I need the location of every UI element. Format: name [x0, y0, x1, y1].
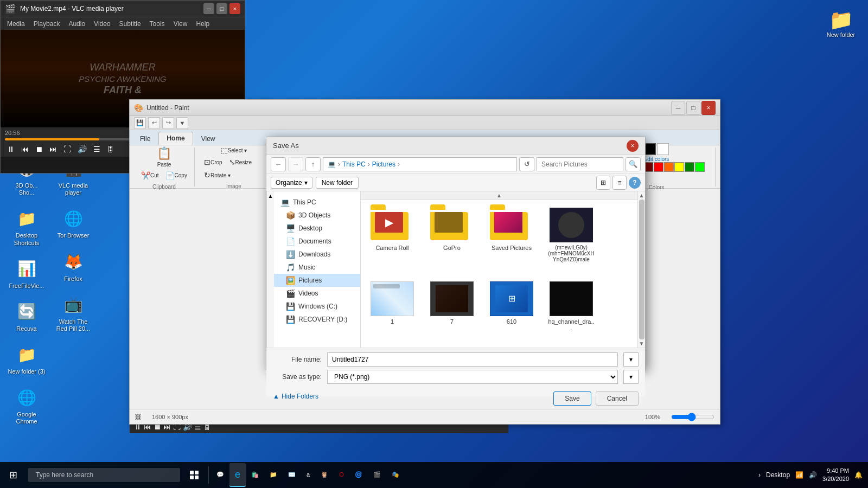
desktop-icon-redpill[interactable]: 📺 Watch The Red Pill 20... — [52, 290, 94, 336]
saveas-filename-dropdown-button[interactable]: ▾ — [623, 352, 639, 367]
sidebar-item-thispc[interactable]: 💻 This PC — [274, 196, 360, 209]
saveas-hide-folders-button[interactable]: ▲ Hide Folders — [273, 390, 318, 402]
saveas-close-button[interactable]: × — [627, 140, 639, 152]
saveas-search-input[interactable] — [537, 157, 623, 171]
saveas-savetype-dropdown-button[interactable]: ▾ — [623, 370, 639, 384]
taskbar-app-last[interactable]: 🎭 — [386, 463, 405, 487]
saveas-forward-button[interactable]: → — [288, 157, 303, 171]
folder-saved-pictures[interactable]: Saved Pictures — [484, 204, 539, 273]
paint-maximize-button[interactable]: □ — [686, 101, 700, 115]
vlc-menu-help[interactable]: Help — [192, 17, 214, 30]
taskbar-app-opera[interactable]: O — [334, 463, 349, 487]
paint-color2-swatch[interactable] — [657, 143, 669, 155]
taskbar-app-store[interactable]: 🛍️ — [246, 463, 264, 487]
color-yellow[interactable] — [674, 162, 684, 172]
vlc-play-pause-button[interactable]: ⏸ — [5, 144, 17, 155]
paint-qa-save-button[interactable]: 💾 — [134, 117, 146, 129]
paint-qa-redo-button[interactable]: ↪ — [162, 117, 174, 129]
saveas-scroll-thumb[interactable] — [639, 200, 644, 339]
taskbar-app-tripadvisor[interactable]: 🦉 — [315, 463, 334, 487]
taskbar-app-amazon[interactable]: a — [301, 463, 315, 487]
taskbar-app-vlc[interactable]: 🎬 — [368, 463, 386, 487]
saveas-scroll-down-btn[interactable]: ▼ — [639, 341, 644, 346]
sidebar-item-videos[interactable]: 🎬 Videos — [274, 287, 360, 300]
sidebar-item-desktop[interactable]: 🖥️ Desktop — [274, 222, 360, 235]
saveas-up-button[interactable]: ↑ — [305, 157, 321, 171]
desktop-icon-chrome[interactable]: 🌐 Google Chrome — [5, 383, 48, 428]
sidebar-item-3dobjects[interactable]: 📦 3D Objects — [274, 209, 360, 222]
paint-zoom-slider[interactable] — [671, 413, 714, 421]
vlc-minimize-button[interactable]: ─ — [203, 3, 214, 14]
vlc-menu-tools[interactable]: Tools — [145, 17, 169, 30]
paint-qa-undo-button[interactable]: ↩ — [148, 117, 160, 129]
sidebar-item-downloads[interactable]: ⬇️ Downloads — [274, 248, 360, 261]
paint-paste-button[interactable]: 📋 Paste — [155, 144, 174, 170]
saveas-filename-input[interactable] — [327, 352, 618, 367]
desktop-icon-freefile[interactable]: 📊 FreeFileVie... — [5, 254, 48, 293]
paint-copy-button[interactable]: 📄 Copy — [163, 170, 190, 182]
saveas-content-scroll-up[interactable]: ▲ — [361, 191, 637, 200]
vlc-titlebar[interactable]: 🎬 My Movie2.mp4 - VLC media player ─ □ × — [1, 1, 245, 17]
taskbar-clock[interactable]: 9:40 PM 3/20/2020 — [822, 467, 849, 484]
taskbar-tray-chevron[interactable]: › — [758, 471, 761, 479]
breadcrumb-thispc[interactable]: This PC — [342, 160, 366, 168]
sidebar-item-documents[interactable]: 📄 Documents — [274, 235, 360, 248]
vlc-audio-button[interactable]: 🔊 — [75, 144, 89, 155]
color-green[interactable] — [685, 162, 694, 172]
paint-resize-button[interactable]: ⤡ Resize — [226, 156, 255, 168]
paint-edit-colors-button[interactable]: Edit colors — [644, 156, 669, 162]
paint-qa-more-button[interactable]: ▼ — [176, 117, 188, 129]
paint-cut-button[interactable]: ✂️ Cut — [138, 170, 162, 182]
desktop-icon-shortcuts[interactable]: 📁 Desktop Shortcuts — [5, 204, 48, 249]
vlc-menu-audio[interactable]: Audio — [64, 17, 90, 30]
taskbar-app-files[interactable]: 📁 — [264, 463, 283, 487]
taskbar-tray-network-icon[interactable]: 📶 — [795, 471, 803, 479]
saveas-view-toggle-button[interactable]: ⊞ — [596, 176, 610, 190]
taskbar-app-browser2[interactable]: 🌀 — [349, 463, 368, 487]
folder-item-1[interactable]: 1 — [365, 278, 419, 342]
paint-minimize-button[interactable]: ─ — [671, 101, 685, 115]
vlc-effects-button[interactable]: 🎛 — [105, 144, 117, 155]
saveas-new-folder-button[interactable]: New folder — [316, 177, 359, 189]
tab-view[interactable]: View — [193, 132, 224, 145]
vlc-menu-subtitle[interactable]: Subtitle — [115, 17, 145, 30]
sidebar-item-pictures[interactable]: 🖼️ Pictures — [274, 274, 360, 287]
desktop-icon-newfolder-top[interactable]: 📁 New folder — [819, 5, 863, 41]
saveas-save-button[interactable]: Save — [553, 391, 591, 406]
vlc-fullscreen-button[interactable]: ⛶ — [61, 144, 73, 155]
taskbar-app-edge[interactable]: e — [229, 463, 246, 487]
saveas-organize-button[interactable]: Organize ▾ — [271, 177, 312, 189]
folder-camera-roll[interactable]: ▶ Camera Roll — [365, 204, 419, 273]
sidebar-item-recovery[interactable]: 💾 RECOVERY (D:) — [274, 313, 360, 326]
folder-gopro[interactable]: GoPro — [425, 204, 479, 273]
saveas-help-button[interactable]: ? — [629, 177, 641, 189]
saveas-refresh-button[interactable]: ↺ — [519, 157, 534, 171]
saveas-cancel-button[interactable]: Cancel — [596, 391, 639, 406]
taskbar-tray-volume-icon[interactable]: 🔊 — [809, 471, 817, 479]
color-lime[interactable] — [695, 162, 705, 172]
vlc-menu-media[interactable]: Media — [3, 17, 29, 30]
paint-select-button[interactable]: ⬚ Select ▾ — [218, 144, 250, 156]
saveas-content-scrollbar[interactable]: ▲ ▼ — [637, 191, 645, 348]
tab-home[interactable]: Home — [158, 132, 193, 145]
taskbar-start-button[interactable]: ⊞ — [0, 462, 26, 488]
paint-crop-button[interactable]: ⊡ Crop — [201, 156, 225, 168]
sidebar-item-music[interactable]: 🎵 Music — [274, 261, 360, 274]
vlc-menu-playback[interactable]: Playback — [29, 17, 65, 30]
vlc-next-button[interactable]: ⏭ — [47, 144, 59, 155]
vlc-maximize-button[interactable]: □ — [216, 3, 227, 14]
color-orange[interactable] — [664, 162, 674, 172]
folder-item-610[interactable]: ⊞ 610 — [484, 278, 539, 342]
tab-file[interactable]: File — [132, 132, 158, 145]
folder-silhouette[interactable]: (m=ewlLG0y)(mh=FMNOM0cXHYnQa4Z0)male — [544, 204, 598, 273]
vlc-prev-button[interactable]: ⏮ — [19, 144, 31, 155]
saveas-search-button[interactable]: 🔍 — [626, 157, 641, 171]
breadcrumb-pictures[interactable]: Pictures — [372, 160, 395, 168]
folder-item-7[interactable]: 7 — [425, 278, 479, 342]
vlc-stop-button[interactable]: ⏹ — [33, 144, 45, 155]
saveas-scroll-up-btn[interactable]: ▲ — [639, 192, 644, 198]
vlc-close-button[interactable]: × — [229, 3, 240, 14]
vlc-menu-video[interactable]: Video — [90, 17, 114, 30]
color-red[interactable] — [654, 162, 663, 172]
taskbar-task-view-button[interactable] — [182, 463, 206, 487]
